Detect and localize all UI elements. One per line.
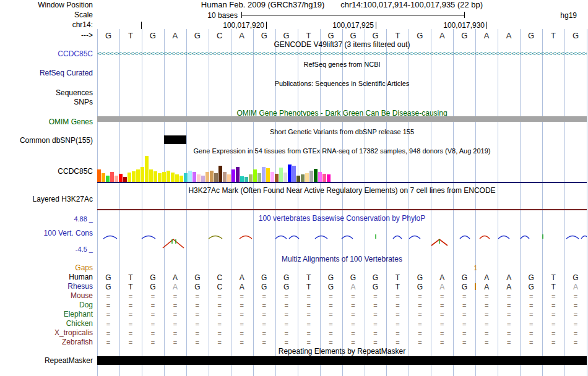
unalignable-mark: = (320, 301, 342, 310)
alignment-base: G (453, 283, 475, 291)
species-label-mouse[interactable]: Mouse (0, 292, 93, 300)
unalignable-mark: = (209, 329, 231, 338)
alignment-base: A (498, 273, 520, 282)
unalignable-mark: = (253, 329, 275, 338)
repeatmasker-track-title: Repeating Elements by RepeatMasker (97, 348, 587, 356)
alignment-base: T (542, 283, 564, 291)
unalignable-mark: = (453, 329, 475, 338)
unalignable-mark: = (119, 338, 142, 347)
unalignable-mark: = (142, 338, 164, 347)
unalignable-mark: = (253, 338, 275, 347)
unalignable-mark: = (365, 338, 387, 347)
unalignable-mark: = (164, 320, 186, 328)
track-label-gaps[interactable]: Gaps (0, 264, 93, 272)
unalignable-mark: = (275, 292, 298, 301)
alignment-base: G (409, 283, 431, 291)
unalignable-mark: = (164, 301, 186, 310)
unalignable-mark: = (119, 329, 142, 338)
unalignable-mark: = (275, 310, 298, 319)
unalignable-mark: = (542, 320, 564, 328)
unalignable-mark: = (97, 310, 119, 319)
unalignable-mark: = (564, 292, 587, 301)
alignment-base: G (520, 273, 542, 282)
unalignable-mark: = (342, 320, 365, 328)
unalignable-mark: = (498, 292, 520, 301)
unalignable-mark: = (253, 310, 275, 319)
unalignable-mark: = (186, 329, 209, 338)
unalignable-mark: = (365, 329, 387, 338)
unalignable-mark: = (409, 320, 431, 328)
unalignable-mark: = (275, 301, 298, 310)
unalignable-mark: = (253, 320, 275, 328)
unalignable-mark: = (253, 301, 275, 310)
unalignable-mark: = (498, 338, 520, 347)
unalignable-mark: = (119, 310, 142, 319)
unalignable-mark: = (520, 338, 542, 347)
alignment-base: A (164, 273, 186, 282)
alignment-base: G (342, 273, 365, 282)
alignment-base: A (231, 283, 253, 291)
unalignable-mark: = (409, 301, 431, 310)
unalignable-mark: = (498, 320, 520, 328)
species-label-elephant[interactable]: Elephant (0, 310, 93, 318)
unalignable-mark: = (119, 320, 142, 328)
unalignable-mark: = (520, 301, 542, 310)
unalignable-mark: = (520, 329, 542, 338)
species-label-x_tropicalis[interactable]: X_tropicalis (0, 329, 93, 337)
unalignable-mark: = (298, 310, 320, 319)
track-label-repeatmasker[interactable]: RepeatMasker (0, 357, 93, 365)
unalignable-mark: = (320, 310, 342, 319)
unalignable-mark: = (142, 301, 164, 310)
unalignable-mark: = (186, 338, 209, 347)
unalignable-mark: = (231, 329, 253, 338)
unalignable-mark: = (365, 310, 387, 319)
unalignable-mark: = (365, 320, 387, 328)
alignment-base: A (498, 283, 520, 291)
unalignable-mark: = (542, 338, 564, 347)
unalignable-mark: = (298, 338, 320, 347)
unalignable-mark: = (365, 301, 387, 310)
unalignable-mark: = (209, 292, 231, 301)
unalignable-mark: = (409, 310, 431, 319)
unalignable-mark: = (209, 310, 231, 319)
repeatmasker-item[interactable] (97, 356, 587, 365)
unalignable-mark: = (97, 329, 119, 338)
alignment-base: G (186, 273, 209, 282)
unalignable-mark: = (542, 301, 564, 310)
unalignable-mark: = (209, 338, 231, 347)
species-label-dog[interactable]: Dog (0, 301, 93, 309)
alignment-base: G (142, 283, 164, 291)
unalignable-mark: = (453, 292, 475, 301)
unalignable-mark: = (520, 320, 542, 328)
unalignable-mark: = (298, 301, 320, 310)
unalignable-mark: = (142, 320, 164, 328)
alignment-base: A (475, 283, 498, 291)
unalignable-mark: = (97, 320, 119, 328)
unalignable-mark: = (520, 292, 542, 301)
alignment-base: T (298, 283, 320, 291)
unalignable-mark: = (342, 310, 365, 319)
species-label-zebrafish[interactable]: Zebrafish (0, 338, 93, 346)
unalignable-mark: = (564, 338, 587, 347)
unalignable-mark: = (97, 292, 119, 301)
unalignable-mark: = (520, 310, 542, 319)
alignment-base: G (253, 283, 275, 291)
alignment-base: G (275, 283, 298, 291)
species-label-rhesus[interactable]: Rhesus (0, 283, 93, 291)
alignment-base: C (209, 283, 231, 291)
alignment-base: G (320, 283, 342, 291)
species-label-chicken[interactable]: Chicken (0, 320, 93, 328)
unalignable-mark: = (97, 301, 119, 310)
alignment-base: G (409, 273, 431, 282)
unalignable-mark: = (431, 338, 453, 347)
unalignable-mark: = (231, 292, 253, 301)
species-label-human[interactable]: Human (0, 273, 93, 281)
alignment-base: G (253, 273, 275, 282)
unalignable-mark: = (298, 329, 320, 338)
alignment-base: G (142, 273, 164, 282)
unalignable-mark: = (564, 320, 587, 328)
unalignable-mark: = (253, 292, 275, 301)
unalignable-mark: = (342, 292, 365, 301)
unalignable-mark: = (475, 310, 498, 319)
unalignable-mark: = (119, 292, 142, 301)
